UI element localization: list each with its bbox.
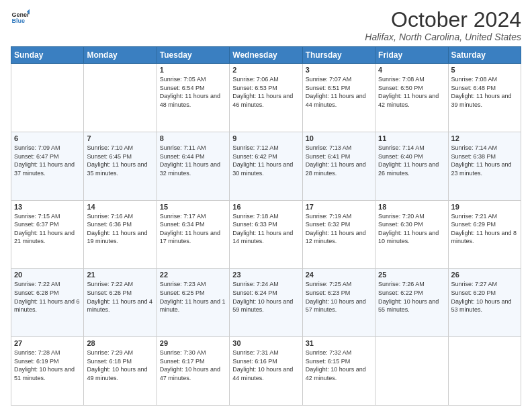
cell-info: Sunrise: 7:22 AMSunset: 6:28 PMDaylight:… — [14, 281, 80, 313]
calendar-header-row: Sunday Monday Tuesday Wednesday Thursday… — [11, 47, 521, 64]
cell-info: Sunrise: 7:26 AMSunset: 6:22 PMDaylight:… — [378, 281, 439, 313]
cell-info: Sunrise: 7:06 AMSunset: 6:53 PMDaylight:… — [232, 76, 293, 108]
col-tuesday: Tuesday — [157, 47, 229, 64]
table-row: 4Sunrise: 7:08 AMSunset: 6:50 PMDaylight… — [375, 64, 448, 132]
cell-info: Sunrise: 7:29 AMSunset: 6:18 PMDaylight:… — [87, 349, 147, 381]
week-row-1: 1Sunrise: 7:05 AMSunset: 6:54 PMDaylight… — [11, 64, 521, 132]
day-number: 16 — [232, 203, 299, 211]
table-row: 30Sunrise: 7:31 AMSunset: 6:16 PMDayligh… — [230, 337, 302, 406]
cell-info: Sunrise: 7:14 AMSunset: 6:38 PMDaylight:… — [451, 144, 512, 177]
day-number: 26 — [451, 271, 518, 279]
table-row: 8Sunrise: 7:11 AMSunset: 6:44 PMDaylight… — [157, 132, 229, 200]
cell-info: Sunrise: 7:30 AMSunset: 6:17 PMDaylight:… — [160, 349, 220, 381]
cell-info: Sunrise: 7:14 AMSunset: 6:40 PMDaylight:… — [378, 144, 439, 177]
week-row-3: 13Sunrise: 7:15 AMSunset: 6:37 PMDayligh… — [11, 200, 521, 269]
table-row: 19Sunrise: 7:21 AMSunset: 6:29 PMDayligh… — [448, 200, 521, 269]
day-number: 25 — [378, 271, 445, 279]
table-row: 17Sunrise: 7:19 AMSunset: 6:32 PMDayligh… — [302, 200, 375, 269]
cell-info: Sunrise: 7:08 AMSunset: 6:50 PMDaylight:… — [378, 76, 439, 108]
table-row — [84, 64, 157, 132]
table-row: 27Sunrise: 7:28 AMSunset: 6:19 PMDayligh… — [11, 337, 84, 406]
table-row: 9Sunrise: 7:12 AMSunset: 6:42 PMDaylight… — [230, 132, 302, 200]
cell-info: Sunrise: 7:32 AMSunset: 6:15 PMDaylight:… — [306, 349, 366, 381]
day-number: 7 — [87, 134, 153, 142]
cell-info: Sunrise: 7:28 AMSunset: 6:19 PMDaylight:… — [14, 349, 75, 381]
day-number: 13 — [14, 203, 81, 211]
logo: General Blue — [11, 8, 30, 27]
week-row-5: 27Sunrise: 7:28 AMSunset: 6:19 PMDayligh… — [11, 337, 521, 406]
day-number: 17 — [306, 203, 372, 211]
subtitle: Halifax, North Carolina, United States — [365, 32, 521, 42]
svg-text:General: General — [11, 11, 30, 18]
table-row: 10Sunrise: 7:13 AMSunset: 6:41 PMDayligh… — [302, 132, 375, 200]
col-wednesday: Wednesday — [230, 47, 302, 64]
cell-info: Sunrise: 7:20 AMSunset: 6:30 PMDaylight:… — [378, 213, 439, 245]
cell-info: Sunrise: 7:16 AMSunset: 6:36 PMDaylight:… — [87, 213, 147, 245]
col-monday: Monday — [84, 47, 157, 64]
day-number: 9 — [232, 134, 299, 142]
day-number: 28 — [87, 339, 153, 347]
table-row: 20Sunrise: 7:22 AMSunset: 6:28 PMDayligh… — [11, 269, 84, 337]
table-row: 7Sunrise: 7:10 AMSunset: 6:45 PMDaylight… — [84, 132, 157, 200]
day-number: 15 — [160, 203, 226, 211]
day-number: 1 — [160, 66, 226, 74]
table-row: 21Sunrise: 7:22 AMSunset: 6:26 PMDayligh… — [84, 269, 157, 337]
table-row: 1Sunrise: 7:05 AMSunset: 6:54 PMDaylight… — [157, 64, 229, 132]
day-number: 21 — [87, 271, 153, 279]
cell-info: Sunrise: 7:13 AMSunset: 6:41 PMDaylight:… — [306, 144, 366, 177]
week-row-4: 20Sunrise: 7:22 AMSunset: 6:28 PMDayligh… — [11, 269, 521, 337]
day-number: 6 — [14, 134, 81, 142]
table-row: 12Sunrise: 7:14 AMSunset: 6:38 PMDayligh… — [448, 132, 521, 200]
table-row: 5Sunrise: 7:08 AMSunset: 6:48 PMDaylight… — [448, 64, 521, 132]
table-row: 31Sunrise: 7:32 AMSunset: 6:15 PMDayligh… — [302, 337, 375, 406]
day-number: 31 — [306, 339, 372, 347]
table-row: 23Sunrise: 7:24 AMSunset: 6:24 PMDayligh… — [230, 269, 302, 337]
col-friday: Friday — [375, 47, 448, 64]
cell-info: Sunrise: 7:11 AMSunset: 6:44 PMDaylight:… — [160, 144, 220, 177]
cell-info: Sunrise: 7:19 AMSunset: 6:32 PMDaylight:… — [306, 213, 366, 245]
table-row: 25Sunrise: 7:26 AMSunset: 6:22 PMDayligh… — [375, 269, 448, 337]
cell-info: Sunrise: 7:22 AMSunset: 6:26 PMDaylight:… — [87, 281, 152, 313]
day-number: 2 — [232, 66, 299, 74]
table-row: 3Sunrise: 7:07 AMSunset: 6:51 PMDaylight… — [302, 64, 375, 132]
table-row: 14Sunrise: 7:16 AMSunset: 6:36 PMDayligh… — [84, 200, 157, 269]
table-row: 24Sunrise: 7:25 AMSunset: 6:23 PMDayligh… — [302, 269, 375, 337]
table-row: 26Sunrise: 7:27 AMSunset: 6:20 PMDayligh… — [448, 269, 521, 337]
table-row — [375, 337, 448, 406]
main-title: October 2024 — [365, 8, 521, 32]
cell-info: Sunrise: 7:25 AMSunset: 6:23 PMDaylight:… — [306, 281, 366, 313]
cell-info: Sunrise: 7:17 AMSunset: 6:34 PMDaylight:… — [160, 213, 220, 245]
cell-info: Sunrise: 7:05 AMSunset: 6:54 PMDaylight:… — [160, 76, 220, 108]
week-row-2: 6Sunrise: 7:09 AMSunset: 6:47 PMDaylight… — [11, 132, 521, 200]
day-number: 29 — [160, 339, 226, 347]
day-number: 12 — [451, 134, 518, 142]
cell-info: Sunrise: 7:31 AMSunset: 6:16 PMDaylight:… — [232, 349, 293, 381]
col-thursday: Thursday — [302, 47, 375, 64]
col-saturday: Saturday — [448, 47, 521, 64]
col-sunday: Sunday — [11, 47, 84, 64]
table-row: 6Sunrise: 7:09 AMSunset: 6:47 PMDaylight… — [11, 132, 84, 200]
cell-info: Sunrise: 7:12 AMSunset: 6:42 PMDaylight:… — [232, 144, 293, 177]
cell-info: Sunrise: 7:23 AMSunset: 6:25 PMDaylight:… — [160, 281, 226, 313]
day-number: 30 — [232, 339, 299, 347]
day-number: 22 — [160, 271, 226, 279]
calendar-table: Sunday Monday Tuesday Wednesday Thursday… — [11, 46, 521, 406]
cell-info: Sunrise: 7:10 AMSunset: 6:45 PMDaylight:… — [87, 144, 147, 177]
day-number: 19 — [451, 203, 518, 211]
cell-info: Sunrise: 7:21 AMSunset: 6:29 PMDaylight:… — [451, 213, 517, 245]
table-row: 2Sunrise: 7:06 AMSunset: 6:53 PMDaylight… — [230, 64, 302, 132]
day-number: 10 — [306, 134, 372, 142]
cell-info: Sunrise: 7:18 AMSunset: 6:33 PMDaylight:… — [232, 213, 293, 245]
day-number: 23 — [232, 271, 299, 279]
cell-info: Sunrise: 7:07 AMSunset: 6:51 PMDaylight:… — [306, 76, 366, 108]
day-number: 11 — [378, 134, 445, 142]
table-row: 18Sunrise: 7:20 AMSunset: 6:30 PMDayligh… — [375, 200, 448, 269]
day-number: 4 — [378, 66, 445, 74]
table-row: 22Sunrise: 7:23 AMSunset: 6:25 PMDayligh… — [157, 269, 229, 337]
header: General Blue October 2024 Halifax, North… — [11, 8, 521, 42]
table-row: 15Sunrise: 7:17 AMSunset: 6:34 PMDayligh… — [157, 200, 229, 269]
table-row: 29Sunrise: 7:30 AMSunset: 6:17 PMDayligh… — [157, 337, 229, 406]
table-row: 11Sunrise: 7:14 AMSunset: 6:40 PMDayligh… — [375, 132, 448, 200]
day-number: 8 — [160, 134, 226, 142]
table-row: 28Sunrise: 7:29 AMSunset: 6:18 PMDayligh… — [84, 337, 157, 406]
